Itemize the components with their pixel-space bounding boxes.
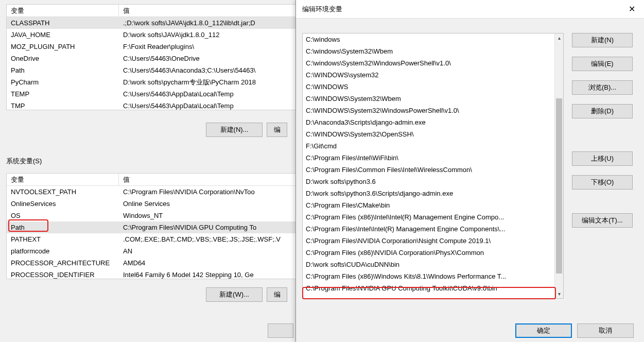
var-name-cell: MOZ_PLUGIN_PATH [7,41,119,53]
var-name-cell: PROCESSOR_ARCHITECTURE [7,257,119,269]
var-name-cell: PROCESSOR_IDENTIFIER [7,269,119,279]
system-vars-label: 系统变量(S) [6,157,42,166]
var-name-cell: Path [7,64,119,76]
dialog-side-buttons-3: 编辑文本(T)... [572,213,633,228]
list-item[interactable]: C:\WINDOWS\system32 [303,69,563,81]
scroll-thumb[interactable] [556,98,562,273]
var-name-cell: CLASSPATH [7,17,119,29]
edit-user-button-partial[interactable]: 编 [267,123,287,137]
var-name-cell: Path [7,221,119,233]
bottom-more-button [268,323,293,338]
list-item[interactable]: C:\Program Files\NVIDIA GPU Computing To… [303,282,563,294]
path-listbox[interactable]: C:\windowsC:\windows\System32\WbemC:\win… [302,33,564,299]
edittext-button[interactable]: 编辑文本(T)... [572,213,633,228]
list-item[interactable]: D:\work softs\python3.6 [303,176,563,187]
dialog-titlebar: 编辑环境变量 ✕ [296,0,644,19]
edit-env-dialog: 编辑环境变量 ✕ C:\windowsC:\windows\System32\W… [295,0,644,342]
list-item[interactable]: C:\Program Files (x86)\Windows Kits\8.1\… [303,270,563,282]
col-header-variable[interactable]: 变量 [7,5,119,16]
new-user-button[interactable]: 新建(N)... [206,123,263,137]
dialog-side-buttons-2: 上移(U) 下移(O) [572,151,633,190]
var-name-cell: PATHEXT [7,233,119,245]
list-item[interactable]: C:\Program Files\CMake\bin [303,199,563,211]
close-icon[interactable]: ✕ [625,0,638,19]
ok-bg-button[interactable] [268,323,293,338]
scroll-down-icon[interactable]: ▾ [555,289,563,298]
path-list-inner: C:\windowsC:\windows\System32\WbemC:\win… [303,33,563,294]
list-item[interactable]: F:\Git\cmd [303,140,563,152]
moveup-button[interactable]: 上移(U) [572,151,633,166]
edit-button[interactable]: 编辑(E) [572,57,633,71]
list-item[interactable]: C:\Program Files\Intel\WiFi\bin\ [303,152,563,164]
movedown-button[interactable]: 下移(O) [572,175,633,190]
var-name-cell: TMP [7,100,119,110]
var-name-cell: TEMP [7,88,119,100]
list-item[interactable]: D:\work softs\python3.6\Scripts\django-a… [303,187,563,199]
list-item[interactable]: C:\windows\System32\WindowsPowerShell\v1… [303,57,563,69]
cancel-button[interactable]: 取消 [577,323,634,338]
dialog-bottom-buttons: 确定 取消 [515,323,634,338]
new-system-button[interactable]: 新建(W)... [206,287,263,302]
user-vars-buttons: 新建(N)... 编 [206,123,287,137]
ok-button[interactable]: 确定 [515,323,572,338]
dialog-body: C:\windowsC:\windows\System32\WbemC:\win… [296,19,644,342]
list-item[interactable]: C:\Program Files\NVIDIA Corporation\Nsig… [303,235,563,247]
list-item[interactable]: C:\windows\System32\Wbem [303,45,563,57]
var-name-cell: platformcode [7,245,119,257]
list-item[interactable]: C:\WINDOWS\System32\WindowsPowerShell\v1… [303,105,563,116]
scroll-up-icon[interactable]: ▴ [555,33,563,42]
list-item[interactable]: C:\WINDOWS [303,81,563,93]
list-item[interactable]: C:\Program Files\Common Files\Intel\Wire… [303,164,563,176]
var-name-cell: JAVA_HOME [7,29,119,41]
list-item[interactable]: C:\WINDOWS\System32\OpenSSH\ [303,128,563,140]
dialog-side-buttons-1: 新建(N) 编辑(E) 浏览(B)... 删除(D) [572,33,633,118]
dialog-title-text: 编辑环境变量 [302,0,342,19]
var-name-cell: OneDrive [7,53,119,64]
edit-system-button-partial[interactable]: 编 [267,287,287,302]
var-name-cell: OS [7,210,119,221]
new-button[interactable]: 新建(N) [572,33,633,47]
var-name-cell: NVTOOLSEXT_PATH [7,186,119,198]
list-item[interactable]: D:\work softs\CUDA\cuDNN\bin [303,259,563,270]
browse-button[interactable]: 浏览(B)... [572,80,633,95]
list-item[interactable]: C:\Program Files (x86)\NVIDIA Corporatio… [303,247,563,259]
list-item[interactable]: C:\WINDOWS\System32\Wbem [303,93,563,105]
var-name-cell: PyCharm [7,76,119,88]
scrollbar[interactable]: ▴ ▾ [554,33,563,298]
list-item[interactable]: C:\Program Files (x86)\Intel\Intel(R) Ma… [303,211,563,223]
var-name-cell: OnlineServices [7,198,119,210]
list-item[interactable]: D:\Anaconda3\Scripts\django-admin.exe [303,116,563,128]
list-item[interactable]: C:\Program Files\Intel\Intel(R) Manageme… [303,223,563,235]
col-header-variable[interactable]: 变量 [7,174,119,185]
list-item[interactable]: C:\windows [303,33,563,45]
delete-button[interactable]: 删除(D) [572,104,633,118]
system-vars-buttons: 新建(W)... 编 [206,287,287,302]
